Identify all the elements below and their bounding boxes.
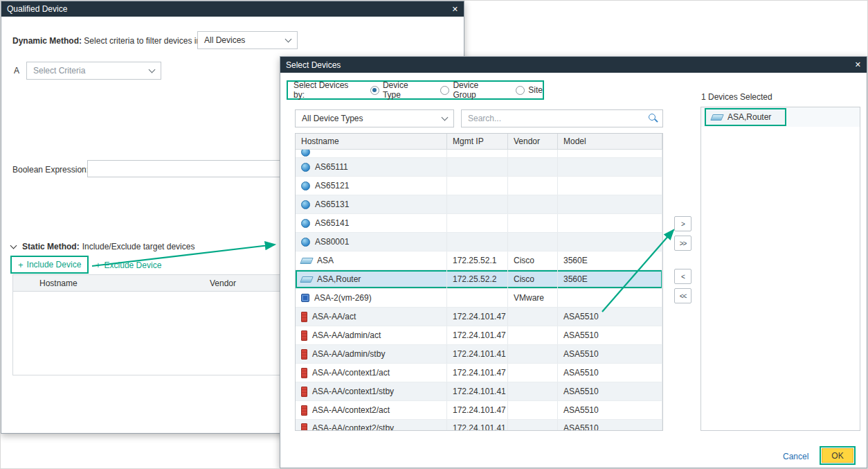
device-row[interactable]: ASA-AA/act172.24.101.47ASA5510 <box>296 308 662 326</box>
cell-text: 3560E <box>563 256 588 265</box>
cell-ip: 172.24.101.41 <box>447 382 508 400</box>
include-device-button[interactable]: + Include Device <box>10 256 89 274</box>
radio-icon[interactable] <box>516 86 525 95</box>
device-row[interactable]: AS65121 <box>296 177 662 195</box>
cell-text: ASA-AA/context1/stby <box>312 387 394 396</box>
cell-vendor <box>508 420 558 431</box>
static-method-description: Include/Exclude target devices <box>82 242 195 251</box>
move-all-left-button[interactable]: << <box>674 288 691 303</box>
cell-vendor <box>508 150 558 157</box>
device-row[interactable]: ASA-AA/context1/stby172.24.101.41ASA5510 <box>296 382 662 401</box>
devices-table: Hostname Mgmt IP Vendor Model AS65111AS6… <box>295 133 663 431</box>
cell-model: 3560E <box>558 270 662 288</box>
dynamic-method-title: Dynamic Method: <box>12 36 82 46</box>
device-row[interactable]: ASA-AA/admin/stby172.24.101.41ASA5510 <box>296 345 662 364</box>
dynamic-method-description: Select criteria to filter devices in <box>84 36 201 46</box>
column-header-vendor: Vendor <box>210 278 236 288</box>
globe-icon <box>301 182 310 191</box>
device-row[interactable]: AS65111 <box>296 158 662 177</box>
cell-text: 172.24.101.41 <box>453 349 506 359</box>
cell-text: ASA-AA/context2/stby <box>312 423 394 431</box>
search-icon[interactable] <box>649 114 655 121</box>
cell-text: AS65131 <box>315 200 349 209</box>
cell-model: ASA5510 <box>558 345 662 363</box>
cell-host: AS65131 <box>296 195 447 213</box>
cell-vendor <box>508 214 558 232</box>
cell-ip: 172.24.101.47 <box>447 401 508 419</box>
radio-device-type[interactable]: Device Type <box>370 80 427 100</box>
close-icon[interactable]: ✕ <box>452 6 458 13</box>
cell-host: ASA-AA/context1/act <box>296 364 447 382</box>
cell-text: ASA5510 <box>563 330 599 340</box>
cell-ip: 172.24.101.41 <box>447 420 508 431</box>
column-header-hostname: Hostname <box>296 134 447 149</box>
radio-label: Site <box>528 85 543 95</box>
device-row[interactable] <box>296 150 662 158</box>
radio-icon[interactable] <box>370 86 379 95</box>
collapse-caret-icon[interactable] <box>10 242 17 249</box>
qualified-device-titlebar: Qualified Device ✕ <box>1 1 464 17</box>
globe-icon <box>301 150 310 157</box>
cell-text: Cisco <box>514 274 534 284</box>
move-right-button[interactable]: > <box>674 216 691 231</box>
cell-model <box>558 177 662 195</box>
move-all-right-button[interactable]: >> <box>674 236 691 251</box>
device-row[interactable]: ASA-AA/context2/act172.24.101.47ASA5510 <box>296 401 662 420</box>
close-icon[interactable]: ✕ <box>855 61 861 69</box>
cell-vendor: VMware <box>508 289 558 307</box>
search-input[interactable] <box>461 109 663 127</box>
device-row[interactable]: ASA-2(vm-269)VMware <box>296 289 662 308</box>
selected-device-item[interactable]: ASA,Router <box>701 107 860 127</box>
device-filter-radio-group: Device TypeDevice GroupSite <box>370 80 543 100</box>
ok-button-highlight: OK <box>820 446 856 465</box>
device-scope-dropdown[interactable]: All Devices <box>197 31 298 49</box>
device-row[interactable]: ASA-AA/context1/act172.24.101.47ASA5510 <box>296 364 662 382</box>
cell-model: ASA5510 <box>558 420 662 431</box>
switch-icon <box>300 276 314 283</box>
cell-vendor <box>508 177 558 195</box>
selected-device-chip[interactable]: ASA,Router <box>705 108 786 126</box>
cell-host: ASA-AA/context2/stby <box>296 420 447 431</box>
cell-text: 172.24.101.47 <box>453 330 506 340</box>
radio-site[interactable]: Site <box>516 85 543 95</box>
cancel-button[interactable]: Cancel <box>783 452 808 461</box>
cell-model <box>558 214 662 232</box>
device-row[interactable]: AS65131 <box>296 195 662 214</box>
cell-text: ASA5510 <box>563 387 599 396</box>
radio-icon[interactable] <box>440 86 449 95</box>
static-method-title: Static Method: <box>22 242 80 251</box>
device-row[interactable]: AS80001 <box>296 233 662 251</box>
device-row[interactable]: ASA,Router172.25.52.2Cisco3560E <box>296 270 662 289</box>
cell-host: ASA-AA/context1/stby <box>296 382 447 400</box>
device-row[interactable]: ASA-AA/admin/act172.24.101.47ASA5510 <box>296 326 662 345</box>
device-row[interactable]: ASA-AA/context2/stby172.24.101.41ASA5510 <box>296 420 662 431</box>
globe-icon <box>301 163 310 172</box>
cell-ip <box>447 289 508 307</box>
cell-model: ASA5510 <box>558 308 662 326</box>
exclude-device-button[interactable]: + Exclude Device <box>96 260 161 270</box>
device-type-dropdown[interactable]: All Device Types <box>295 109 454 127</box>
cell-text: ASA-AA/context2/act <box>312 405 390 415</box>
select-criteria-dropdown[interactable]: Select Criteria <box>26 62 161 80</box>
device-row[interactable]: ASA172.25.52.1Cisco3560E <box>296 251 662 270</box>
qualified-device-title: Qualified Device <box>7 4 67 14</box>
plus-icon: + <box>96 260 101 270</box>
cell-host: ASA-AA/admin/stby <box>296 345 447 363</box>
select-criteria-value: Select Criteria <box>33 66 85 76</box>
cell-host: ASA <box>296 251 447 269</box>
cell-text: ASA5510 <box>563 349 599 359</box>
select-devices-by-group: Select Devices by: Device TypeDevice Gro… <box>287 80 544 100</box>
globe-icon <box>301 219 310 228</box>
move-left-button[interactable]: < <box>674 269 691 284</box>
radio-device-group[interactable]: Device Group <box>440 80 502 100</box>
plus-icon: + <box>18 260 24 270</box>
cell-vendor <box>508 195 558 213</box>
cell-model <box>558 233 662 251</box>
cell-text: VMware <box>514 293 544 303</box>
cell-text: ASA-AA/admin/stby <box>312 349 385 359</box>
globe-icon <box>301 238 310 247</box>
device-row[interactable]: AS65141 <box>296 214 662 233</box>
cell-host: ASA-AA/context2/act <box>296 401 447 419</box>
cell-text: 172.24.101.41 <box>453 423 506 431</box>
ok-button[interactable]: OK <box>822 448 853 463</box>
